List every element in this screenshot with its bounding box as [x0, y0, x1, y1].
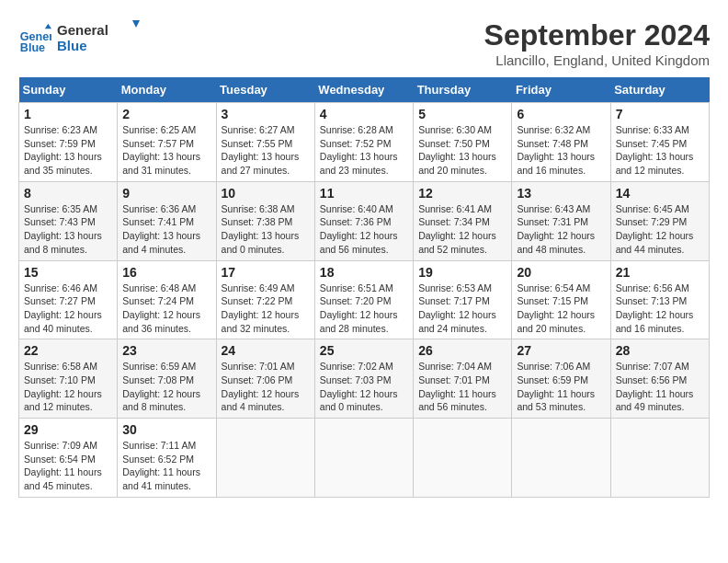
day-cell: 4 Sunrise: 6:28 AM Sunset: 7:52 PM Dayli… — [314, 103, 413, 182]
header-thursday: Thursday — [414, 77, 512, 103]
header-monday: Monday — [118, 77, 216, 103]
day-number: 20 — [517, 265, 605, 280]
day-cell: 9 Sunrise: 6:36 AM Sunset: 7:41 PM Dayli… — [118, 181, 216, 260]
day-info: Sunrise: 6:48 AM Sunset: 7:24 PM Dayligh… — [122, 282, 210, 336]
day-info: Sunrise: 6:56 AM Sunset: 7:13 PM Dayligh… — [616, 282, 704, 336]
day-cell: 6 Sunrise: 6:32 AM Sunset: 7:48 PM Dayli… — [512, 103, 610, 182]
day-number: 13 — [517, 186, 605, 201]
day-number: 7 — [616, 107, 704, 121]
day-number: 23 — [122, 343, 210, 358]
day-number: 16 — [122, 265, 210, 280]
day-info: Sunrise: 6:58 AM Sunset: 7:10 PM Dayligh… — [24, 360, 112, 414]
day-cell: 2 Sunrise: 6:25 AM Sunset: 7:57 PM Dayli… — [118, 103, 216, 182]
day-info: Sunrise: 6:32 AM Sunset: 7:48 PM Dayligh… — [517, 123, 605, 178]
day-info: Sunrise: 6:36 AM Sunset: 7:41 PM Dayligh… — [122, 202, 210, 257]
day-number: 4 — [320, 107, 408, 121]
title-area: September 2024 Llancillo, England, Unite… — [484, 18, 710, 68]
day-cell: 29 Sunrise: 7:09 AM Sunset: 6:54 PM Dayl… — [19, 419, 118, 498]
day-cell — [512, 419, 610, 498]
day-info: Sunrise: 6:46 AM Sunset: 7:27 PM Dayligh… — [24, 282, 112, 336]
day-cell: 30 Sunrise: 7:11 AM Sunset: 6:52 PM Dayl… — [118, 419, 216, 498]
day-cell: 27 Sunrise: 7:06 AM Sunset: 6:59 PM Dayl… — [512, 339, 610, 419]
svg-marker-2 — [45, 24, 51, 29]
day-number: 26 — [418, 343, 506, 358]
day-cell: 14 Sunrise: 6:45 AM Sunset: 7:29 PM Dayl… — [610, 181, 709, 260]
svg-text:General: General — [57, 22, 108, 38]
day-number: 22 — [24, 343, 112, 358]
day-number: 25 — [320, 343, 408, 358]
day-info: Sunrise: 6:30 AM Sunset: 7:50 PM Dayligh… — [418, 123, 506, 178]
day-info: Sunrise: 7:02 AM Sunset: 7:03 PM Dayligh… — [320, 360, 408, 414]
day-cell: 11 Sunrise: 6:40 AM Sunset: 7:36 PM Dayl… — [314, 181, 413, 260]
day-info: Sunrise: 6:23 AM Sunset: 7:59 PM Dayligh… — [24, 123, 112, 178]
day-info: Sunrise: 6:51 AM Sunset: 7:20 PM Dayligh… — [320, 282, 408, 336]
day-info: Sunrise: 7:09 AM Sunset: 6:54 PM Dayligh… — [24, 439, 112, 493]
day-cell: 17 Sunrise: 6:49 AM Sunset: 7:22 PM Dayl… — [216, 260, 314, 339]
day-cell: 20 Sunrise: 6:54 AM Sunset: 7:15 PM Dayl… — [512, 260, 610, 339]
svg-text:Blue: Blue — [57, 38, 87, 53]
day-cell: 7 Sunrise: 6:33 AM Sunset: 7:45 PM Dayli… — [610, 103, 709, 182]
logo: General Blue General Blue — [18, 18, 140, 59]
week-row-2: 8 Sunrise: 6:35 AM Sunset: 7:43 PM Dayli… — [19, 181, 710, 260]
day-cell — [610, 419, 709, 498]
day-cell: 8 Sunrise: 6:35 AM Sunset: 7:43 PM Dayli… — [19, 181, 118, 260]
day-number: 6 — [517, 107, 605, 121]
day-cell: 23 Sunrise: 6:59 AM Sunset: 7:08 PM Dayl… — [118, 339, 216, 419]
day-info: Sunrise: 6:28 AM Sunset: 7:52 PM Dayligh… — [320, 123, 408, 178]
header-saturday: Saturday — [610, 77, 709, 103]
day-number: 10 — [222, 186, 310, 201]
day-info: Sunrise: 7:11 AM Sunset: 6:52 PM Dayligh… — [122, 439, 210, 493]
day-number: 9 — [122, 186, 210, 201]
day-cell: 10 Sunrise: 6:38 AM Sunset: 7:38 PM Dayl… — [216, 181, 314, 260]
day-info: Sunrise: 6:43 AM Sunset: 7:31 PM Dayligh… — [517, 202, 605, 257]
day-info: Sunrise: 6:53 AM Sunset: 7:17 PM Dayligh… — [418, 282, 506, 336]
day-cell: 28 Sunrise: 7:07 AM Sunset: 6:56 PM Dayl… — [610, 339, 709, 419]
day-number: 28 — [616, 343, 704, 358]
svg-marker-5 — [132, 20, 140, 28]
day-number: 15 — [24, 265, 112, 280]
week-row-4: 22 Sunrise: 6:58 AM Sunset: 7:10 PM Dayl… — [19, 339, 710, 419]
day-cell: 12 Sunrise: 6:41 AM Sunset: 7:34 PM Dayl… — [414, 181, 512, 260]
header-sunday: Sunday — [19, 77, 118, 103]
day-cell: 24 Sunrise: 7:01 AM Sunset: 7:06 PM Dayl… — [216, 339, 314, 419]
day-info: Sunrise: 7:06 AM Sunset: 6:59 PM Dayligh… — [517, 360, 605, 414]
day-number: 19 — [418, 265, 506, 280]
day-cell: 15 Sunrise: 6:46 AM Sunset: 7:27 PM Dayl… — [19, 260, 118, 339]
day-info: Sunrise: 6:45 AM Sunset: 7:29 PM Dayligh… — [616, 202, 704, 257]
day-info: Sunrise: 6:54 AM Sunset: 7:15 PM Dayligh… — [517, 282, 605, 336]
header: General Blue General Blue September 2024… — [18, 18, 710, 68]
day-cell: 3 Sunrise: 6:27 AM Sunset: 7:55 PM Dayli… — [216, 103, 314, 182]
day-number: 2 — [122, 107, 210, 121]
day-number: 5 — [418, 107, 506, 121]
day-cell — [314, 419, 413, 498]
header-friday: Friday — [512, 77, 610, 103]
day-info: Sunrise: 6:35 AM Sunset: 7:43 PM Dayligh… — [24, 202, 112, 257]
header-wednesday: Wednesday — [314, 77, 413, 103]
day-cell: 19 Sunrise: 6:53 AM Sunset: 7:17 PM Dayl… — [414, 260, 512, 339]
calendar-table: SundayMondayTuesdayWednesdayThursdayFrid… — [18, 77, 710, 498]
day-number: 11 — [320, 186, 408, 201]
day-cell: 26 Sunrise: 7:04 AM Sunset: 7:01 PM Dayl… — [414, 339, 512, 419]
week-row-1: 1 Sunrise: 6:23 AM Sunset: 7:59 PM Dayli… — [19, 103, 710, 182]
day-cell — [216, 419, 314, 498]
day-info: Sunrise: 6:27 AM Sunset: 7:55 PM Dayligh… — [222, 123, 310, 178]
day-info: Sunrise: 6:49 AM Sunset: 7:22 PM Dayligh… — [222, 282, 310, 336]
day-number: 29 — [24, 422, 112, 437]
day-cell: 5 Sunrise: 6:30 AM Sunset: 7:50 PM Dayli… — [414, 103, 512, 182]
day-cell: 1 Sunrise: 6:23 AM Sunset: 7:59 PM Dayli… — [19, 103, 118, 182]
day-info: Sunrise: 6:33 AM Sunset: 7:45 PM Dayligh… — [616, 123, 704, 178]
day-cell: 25 Sunrise: 7:02 AM Sunset: 7:03 PM Dayl… — [314, 339, 413, 419]
logo-svg: General Blue — [57, 18, 140, 55]
week-row-5: 29 Sunrise: 7:09 AM Sunset: 6:54 PM Dayl… — [19, 419, 710, 498]
day-number: 8 — [24, 186, 112, 201]
day-info: Sunrise: 7:07 AM Sunset: 6:56 PM Dayligh… — [616, 360, 704, 414]
day-number: 14 — [616, 186, 704, 201]
svg-text:Blue: Blue — [20, 41, 45, 54]
day-number: 3 — [222, 107, 310, 121]
day-info: Sunrise: 6:25 AM Sunset: 7:57 PM Dayligh… — [122, 123, 210, 178]
day-cell: 18 Sunrise: 6:51 AM Sunset: 7:20 PM Dayl… — [314, 260, 413, 339]
day-info: Sunrise: 6:38 AM Sunset: 7:38 PM Dayligh… — [222, 202, 310, 257]
day-cell: 22 Sunrise: 6:58 AM Sunset: 7:10 PM Dayl… — [19, 339, 118, 419]
day-cell: 13 Sunrise: 6:43 AM Sunset: 7:31 PM Dayl… — [512, 181, 610, 260]
calendar-header-row: SundayMondayTuesdayWednesdayThursdayFrid… — [19, 77, 710, 103]
